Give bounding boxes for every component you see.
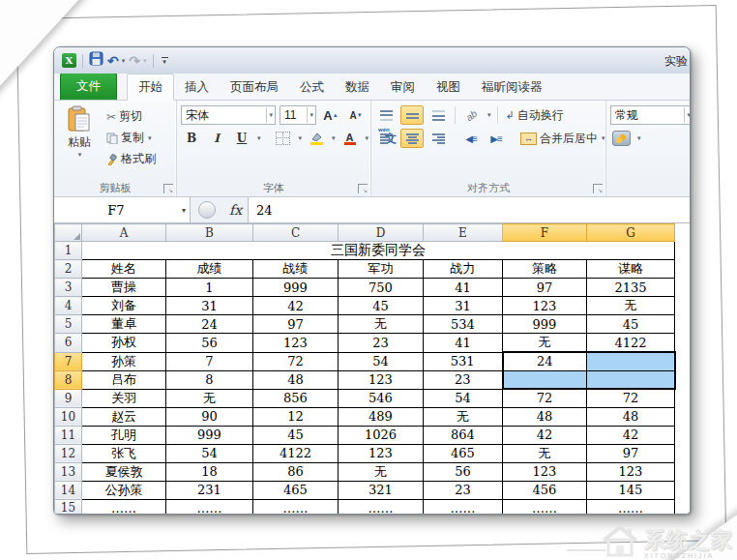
- column-header-E[interactable]: E: [424, 224, 503, 242]
- font-color-dropdown-icon[interactable]: ▾: [366, 134, 369, 142]
- cell-D4[interactable]: 45: [339, 297, 424, 315]
- name-box-dropdown-icon[interactable]: ▾: [178, 206, 190, 215]
- cell-A14[interactable]: 公孙策: [82, 481, 166, 499]
- grow-font-button[interactable]: A▲: [320, 106, 341, 124]
- cell-B4[interactable]: 31: [166, 297, 253, 315]
- cell-A9[interactable]: 关羽: [82, 389, 166, 407]
- increase-indent-button[interactable]: ▶≡: [486, 130, 507, 147]
- row-header-12[interactable]: 12: [55, 444, 82, 462]
- cell-E14[interactable]: 23: [424, 481, 503, 499]
- tab-file[interactable]: 文件: [60, 73, 117, 100]
- tab-home[interactable]: 开始: [127, 74, 174, 101]
- cell-C8[interactable]: 48: [253, 370, 339, 389]
- formula-input[interactable]: 24: [248, 197, 690, 222]
- row-header-8[interactable]: 8: [55, 370, 82, 389]
- cell-F4[interactable]: 123: [503, 297, 587, 315]
- paste-dropdown-icon[interactable]: ▾: [78, 151, 82, 159]
- font-dialog-launcher-icon[interactable]: [358, 184, 368, 193]
- cell-F8[interactable]: [503, 370, 587, 389]
- cell-C5[interactable]: 97: [253, 315, 339, 334]
- underline-button[interactable]: U: [231, 130, 252, 147]
- top-align-button[interactable]: [375, 106, 397, 124]
- cell-G3[interactable]: 2135: [587, 279, 675, 297]
- row-header-3[interactable]: 3: [55, 279, 82, 297]
- cell-D15[interactable]: ……: [339, 499, 424, 515]
- row-header-4[interactable]: 4: [55, 297, 82, 315]
- column-header-A[interactable]: A: [82, 224, 166, 242]
- accounting-dropdown-icon[interactable]: ▾: [637, 134, 641, 142]
- column-header-B[interactable]: B: [166, 224, 253, 242]
- cell-G10[interactable]: 48: [587, 407, 675, 426]
- cell-A6[interactable]: 孙权: [82, 334, 166, 353]
- bottom-align-button[interactable]: [427, 106, 449, 124]
- cell-C7[interactable]: 72: [253, 352, 339, 370]
- cell-E6[interactable]: 41: [424, 334, 503, 353]
- cell-G9[interactable]: 72: [587, 389, 675, 407]
- decrease-indent-button[interactable]: ◀≡: [460, 130, 482, 147]
- cell-G13[interactable]: 123: [587, 462, 675, 481]
- cell-F10[interactable]: 48: [503, 407, 587, 426]
- number-format-dropdown-icon[interactable]: ▾: [684, 107, 690, 123]
- cell-D13[interactable]: 无: [339, 462, 424, 481]
- align-left-button[interactable]: [375, 130, 397, 147]
- cell-C3[interactable]: 999: [253, 279, 339, 297]
- cell-F5[interactable]: 999: [503, 315, 587, 334]
- cell-G12[interactable]: 97: [587, 444, 675, 462]
- cell-A5[interactable]: 董卓: [82, 315, 166, 334]
- paste-button[interactable]: 粘贴 ▾: [58, 103, 101, 179]
- tab-formulas[interactable]: 公式: [289, 74, 335, 100]
- cell-E11[interactable]: 864: [424, 426, 503, 444]
- merge-dropdown-icon[interactable]: ▾: [602, 134, 605, 142]
- cell-E4[interactable]: 31: [424, 297, 503, 315]
- row-header-10[interactable]: 10: [55, 407, 82, 426]
- fill-color-dropdown-icon[interactable]: ▾: [332, 134, 336, 142]
- align-right-button[interactable]: [427, 130, 449, 147]
- cell-C4[interactable]: 42: [253, 297, 339, 315]
- cell-title-A1[interactable]: 三国新委同学会: [82, 242, 675, 260]
- column-header-D[interactable]: D: [339, 224, 424, 242]
- cell-G15[interactable]: ……: [587, 499, 675, 515]
- cell-B14[interactable]: 231: [166, 481, 253, 499]
- font-size-combobox[interactable]: 11 ▾: [280, 105, 316, 125]
- cell-B7[interactable]: 7: [166, 352, 253, 370]
- borders-dropdown-icon[interactable]: ▾: [299, 134, 303, 142]
- cell-D7[interactable]: 54: [339, 352, 424, 370]
- row-header-7[interactable]: 7: [55, 352, 82, 370]
- cell-E15[interactable]: ……: [424, 499, 503, 515]
- tab-view[interactable]: 视图: [426, 74, 471, 100]
- cell-B10[interactable]: 90: [166, 407, 253, 426]
- cell-A11[interactable]: 孔明: [82, 426, 166, 444]
- excel-app-icon[interactable]: X: [62, 53, 76, 68]
- borders-button[interactable]: [273, 130, 294, 147]
- cell-C9[interactable]: 856: [253, 389, 339, 407]
- row-header-1[interactable]: 1: [55, 242, 82, 260]
- cell-G7[interactable]: [587, 352, 675, 370]
- cell-E10[interactable]: 无: [424, 407, 503, 426]
- cell-D14[interactable]: 321: [339, 481, 424, 499]
- undo-dropdown-icon[interactable]: ▾: [122, 57, 126, 65]
- font-color-button[interactable]: A: [339, 130, 361, 147]
- undo-icon[interactable]: ↶: [107, 54, 119, 68]
- row-header-6[interactable]: 6: [55, 334, 82, 353]
- cell-D10[interactable]: 489: [339, 407, 424, 426]
- cell-C10[interactable]: 12: [253, 407, 339, 426]
- cell-F2[interactable]: 策略: [503, 260, 587, 279]
- tab-review[interactable]: 审阅: [380, 74, 426, 100]
- tab-foxit-reader[interactable]: 福昕阅读器: [471, 74, 553, 100]
- cell-A2[interactable]: 姓名: [82, 260, 166, 279]
- cell-G6[interactable]: 4122: [587, 334, 675, 353]
- cell-E3[interactable]: 41: [424, 279, 503, 297]
- cell-G2[interactable]: 谋略: [587, 260, 675, 279]
- cell-D11[interactable]: 1026: [339, 426, 424, 444]
- cell-F13[interactable]: 123: [503, 462, 587, 481]
- cell-D12[interactable]: 123: [339, 444, 424, 462]
- wrap-text-button[interactable]: ↲ 自动换行: [504, 106, 566, 125]
- merge-center-button[interactable]: ↔ 合并后居中 ▾: [518, 130, 607, 148]
- font-name-combobox[interactable]: 宋体 ▾: [181, 105, 276, 125]
- cell-G4[interactable]: 无: [587, 297, 675, 315]
- clipboard-dialog-launcher-icon[interactable]: [163, 184, 173, 193]
- cell-D5[interactable]: 无: [339, 315, 424, 334]
- cell-E12[interactable]: 465: [424, 444, 503, 462]
- cell-D3[interactable]: 750: [339, 279, 424, 297]
- customize-qat-icon[interactable]: ▾: [162, 57, 168, 64]
